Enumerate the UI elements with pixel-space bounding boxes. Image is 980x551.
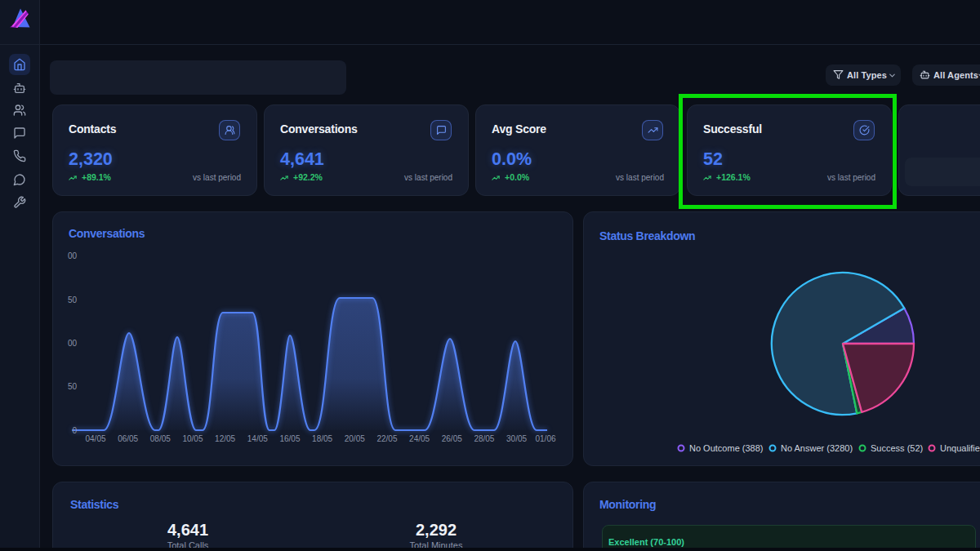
svg-text:12/05: 12/05 bbox=[215, 434, 235, 443]
svg-text:14/05: 14/05 bbox=[247, 434, 268, 443]
svg-text:22/05: 22/05 bbox=[376, 434, 397, 443]
svg-text:26/05: 26/05 bbox=[442, 434, 462, 443]
svg-text:06/05: 06/05 bbox=[118, 434, 138, 443]
svg-text:16/05: 16/05 bbox=[279, 434, 300, 443]
svg-text:10/05: 10/05 bbox=[182, 434, 203, 443]
svg-text:50: 50 bbox=[68, 295, 78, 304]
svg-text:20/05: 20/05 bbox=[345, 434, 365, 443]
svg-text:08/05: 08/05 bbox=[150, 434, 171, 443]
svg-text:No Answer (3280): No Answer (3280) bbox=[781, 443, 853, 453]
svg-text:50: 50 bbox=[68, 382, 78, 391]
svg-text:30/05: 30/05 bbox=[506, 434, 527, 443]
svg-text:01/06: 01/06 bbox=[535, 434, 555, 443]
svg-text:28/05: 28/05 bbox=[474, 434, 494, 443]
svg-text:0: 0 bbox=[72, 426, 77, 435]
svg-text:18/05: 18/05 bbox=[312, 434, 332, 443]
svg-text:No Outcome (388): No Outcome (388) bbox=[689, 443, 763, 453]
svg-text:Unqualified (1006): Unqualified (1006) bbox=[940, 443, 980, 453]
svg-text:Success (52): Success (52) bbox=[871, 443, 923, 453]
svg-text:04/05: 04/05 bbox=[85, 434, 105, 443]
svg-text:00: 00 bbox=[68, 251, 78, 260]
svg-text:00: 00 bbox=[68, 339, 78, 348]
svg-text:24/05: 24/05 bbox=[409, 434, 430, 443]
